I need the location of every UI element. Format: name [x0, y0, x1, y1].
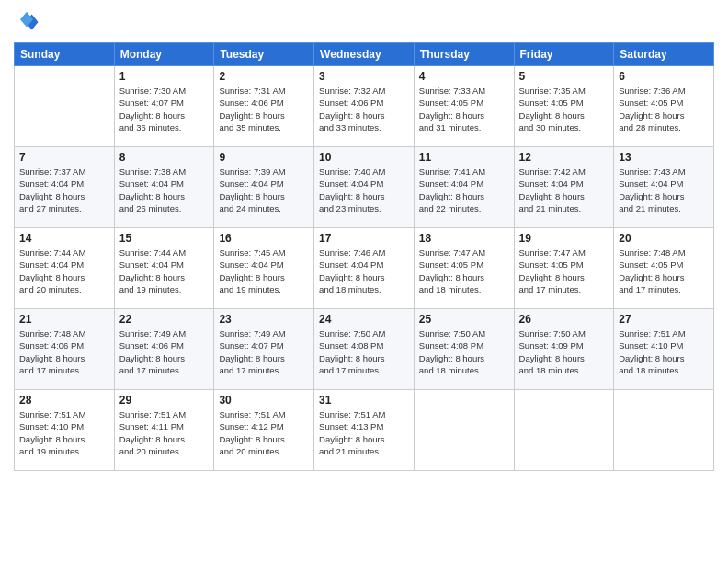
day-number: 19	[519, 232, 609, 245]
day-number: 25	[419, 313, 509, 326]
calendar-cell: 18Sunrise: 7:47 AM Sunset: 4:05 PM Dayli…	[414, 228, 514, 309]
calendar-cell: 6Sunrise: 7:36 AM Sunset: 4:05 PM Daylig…	[614, 66, 714, 147]
calendar-cell: 27Sunrise: 7:51 AM Sunset: 4:10 PM Dayli…	[614, 309, 714, 390]
calendar-cell	[414, 390, 514, 471]
day-info: Sunrise: 7:50 AM Sunset: 4:08 PM Dayligh…	[419, 327, 509, 376]
calendar-cell: 9Sunrise: 7:39 AM Sunset: 4:04 PM Daylig…	[214, 147, 314, 228]
day-number: 29	[119, 394, 210, 407]
header-day: Saturday	[614, 43, 714, 66]
day-info: Sunrise: 7:47 AM Sunset: 4:05 PM Dayligh…	[419, 247, 509, 295]
header-day: Friday	[514, 43, 614, 66]
day-number: 26	[519, 313, 609, 326]
day-info: Sunrise: 7:30 AM Sunset: 4:07 PM Dayligh…	[119, 85, 210, 133]
calendar-cell: 29Sunrise: 7:51 AM Sunset: 4:11 PM Dayli…	[114, 390, 214, 471]
day-info: Sunrise: 7:48 AM Sunset: 4:06 PM Dayligh…	[19, 327, 109, 376]
header-row: SundayMondayTuesdayWednesdayThursdayFrid…	[15, 43, 714, 66]
day-number: 12	[519, 151, 609, 164]
day-number: 1	[119, 70, 210, 83]
day-number: 20	[619, 232, 709, 245]
day-number: 21	[19, 313, 109, 326]
day-number: 9	[219, 151, 309, 164]
day-number: 4	[419, 70, 509, 83]
calendar-cell: 2Sunrise: 7:31 AM Sunset: 4:06 PM Daylig…	[214, 66, 314, 147]
header	[14, 9, 714, 35]
day-number: 23	[219, 313, 309, 326]
calendar-cell: 8Sunrise: 7:38 AM Sunset: 4:04 PM Daylig…	[114, 147, 214, 228]
day-info: Sunrise: 7:32 AM Sunset: 4:06 PM Dayligh…	[319, 85, 409, 133]
calendar-week-row: 1Sunrise: 7:30 AM Sunset: 4:07 PM Daylig…	[15, 66, 714, 147]
day-number: 17	[319, 232, 409, 245]
calendar-week-row: 21Sunrise: 7:48 AM Sunset: 4:06 PM Dayli…	[15, 309, 714, 390]
calendar-cell: 14Sunrise: 7:44 AM Sunset: 4:04 PM Dayli…	[15, 228, 115, 309]
calendar-cell: 3Sunrise: 7:32 AM Sunset: 4:06 PM Daylig…	[314, 66, 415, 147]
calendar-cell: 16Sunrise: 7:45 AM Sunset: 4:04 PM Dayli…	[214, 228, 314, 309]
day-number: 8	[119, 151, 210, 164]
day-info: Sunrise: 7:36 AM Sunset: 4:05 PM Dayligh…	[619, 85, 709, 133]
calendar-week-row: 28Sunrise: 7:51 AM Sunset: 4:10 PM Dayli…	[15, 390, 714, 471]
day-info: Sunrise: 7:46 AM Sunset: 4:04 PM Dayligh…	[319, 247, 409, 295]
calendar-cell: 4Sunrise: 7:33 AM Sunset: 4:05 PM Daylig…	[414, 66, 514, 147]
day-info: Sunrise: 7:41 AM Sunset: 4:04 PM Dayligh…	[419, 166, 509, 214]
calendar-cell: 25Sunrise: 7:50 AM Sunset: 4:08 PM Dayli…	[414, 309, 514, 390]
day-info: Sunrise: 7:51 AM Sunset: 4:10 PM Dayligh…	[19, 408, 109, 457]
day-number: 3	[319, 70, 409, 83]
day-info: Sunrise: 7:35 AM Sunset: 4:05 PM Dayligh…	[519, 85, 609, 133]
day-info: Sunrise: 7:51 AM Sunset: 4:11 PM Dayligh…	[119, 408, 210, 457]
day-info: Sunrise: 7:44 AM Sunset: 4:04 PM Dayligh…	[119, 247, 210, 295]
day-number: 18	[419, 232, 509, 245]
calendar-cell: 15Sunrise: 7:44 AM Sunset: 4:04 PM Dayli…	[114, 228, 214, 309]
logo	[14, 9, 43, 35]
day-info: Sunrise: 7:42 AM Sunset: 4:04 PM Dayligh…	[519, 166, 609, 214]
header-day: Tuesday	[214, 43, 314, 66]
calendar-cell: 28Sunrise: 7:51 AM Sunset: 4:10 PM Dayli…	[15, 390, 115, 471]
day-number: 27	[619, 313, 709, 326]
calendar-body: 1Sunrise: 7:30 AM Sunset: 4:07 PM Daylig…	[15, 66, 714, 471]
calendar-week-row: 14Sunrise: 7:44 AM Sunset: 4:04 PM Dayli…	[15, 228, 714, 309]
calendar-cell: 21Sunrise: 7:48 AM Sunset: 4:06 PM Dayli…	[15, 309, 115, 390]
header-day: Wednesday	[314, 43, 415, 66]
calendar-cell: 23Sunrise: 7:49 AM Sunset: 4:07 PM Dayli…	[214, 309, 314, 390]
day-info: Sunrise: 7:39 AM Sunset: 4:04 PM Dayligh…	[219, 166, 309, 214]
calendar-cell: 13Sunrise: 7:43 AM Sunset: 4:04 PM Dayli…	[614, 147, 714, 228]
day-number: 14	[19, 232, 109, 245]
calendar-cell	[514, 390, 614, 471]
calendar-week-row: 7Sunrise: 7:37 AM Sunset: 4:04 PM Daylig…	[15, 147, 714, 228]
day-info: Sunrise: 7:38 AM Sunset: 4:04 PM Dayligh…	[119, 166, 210, 214]
day-info: Sunrise: 7:48 AM Sunset: 4:05 PM Dayligh…	[619, 247, 709, 295]
calendar-table: SundayMondayTuesdayWednesdayThursdayFrid…	[14, 42, 714, 471]
day-info: Sunrise: 7:47 AM Sunset: 4:05 PM Dayligh…	[519, 247, 609, 295]
day-number: 6	[619, 70, 709, 83]
day-info: Sunrise: 7:37 AM Sunset: 4:04 PM Dayligh…	[19, 166, 109, 214]
day-info: Sunrise: 7:44 AM Sunset: 4:04 PM Dayligh…	[19, 247, 109, 295]
day-info: Sunrise: 7:49 AM Sunset: 4:07 PM Dayligh…	[219, 327, 309, 376]
calendar-header: SundayMondayTuesdayWednesdayThursdayFrid…	[15, 43, 714, 66]
day-number: 7	[19, 151, 109, 164]
day-info: Sunrise: 7:40 AM Sunset: 4:04 PM Dayligh…	[319, 166, 409, 214]
day-info: Sunrise: 7:51 AM Sunset: 4:13 PM Dayligh…	[319, 408, 409, 457]
day-info: Sunrise: 7:51 AM Sunset: 4:10 PM Dayligh…	[619, 327, 709, 376]
calendar-cell	[614, 390, 714, 471]
calendar-cell: 22Sunrise: 7:49 AM Sunset: 4:06 PM Dayli…	[114, 309, 214, 390]
calendar-cell	[15, 66, 115, 147]
logo-icon	[14, 9, 40, 35]
calendar-cell: 26Sunrise: 7:50 AM Sunset: 4:09 PM Dayli…	[514, 309, 614, 390]
day-number: 30	[219, 394, 309, 407]
calendar-cell: 20Sunrise: 7:48 AM Sunset: 4:05 PM Dayli…	[614, 228, 714, 309]
day-info: Sunrise: 7:33 AM Sunset: 4:05 PM Dayligh…	[419, 85, 509, 133]
calendar-cell: 5Sunrise: 7:35 AM Sunset: 4:05 PM Daylig…	[514, 66, 614, 147]
day-info: Sunrise: 7:43 AM Sunset: 4:04 PM Dayligh…	[619, 166, 709, 214]
day-number: 5	[519, 70, 609, 83]
day-number: 16	[219, 232, 309, 245]
day-info: Sunrise: 7:49 AM Sunset: 4:06 PM Dayligh…	[119, 327, 210, 376]
calendar-cell: 19Sunrise: 7:47 AM Sunset: 4:05 PM Dayli…	[514, 228, 614, 309]
calendar-cell: 7Sunrise: 7:37 AM Sunset: 4:04 PM Daylig…	[15, 147, 115, 228]
calendar-cell: 24Sunrise: 7:50 AM Sunset: 4:08 PM Dayli…	[314, 309, 415, 390]
day-number: 22	[119, 313, 210, 326]
day-number: 10	[319, 151, 409, 164]
calendar-cell: 12Sunrise: 7:42 AM Sunset: 4:04 PM Dayli…	[514, 147, 614, 228]
day-info: Sunrise: 7:45 AM Sunset: 4:04 PM Dayligh…	[219, 247, 309, 295]
header-day: Monday	[114, 43, 214, 66]
day-number: 24	[319, 313, 409, 326]
day-number: 11	[419, 151, 509, 164]
day-number: 31	[319, 394, 409, 407]
